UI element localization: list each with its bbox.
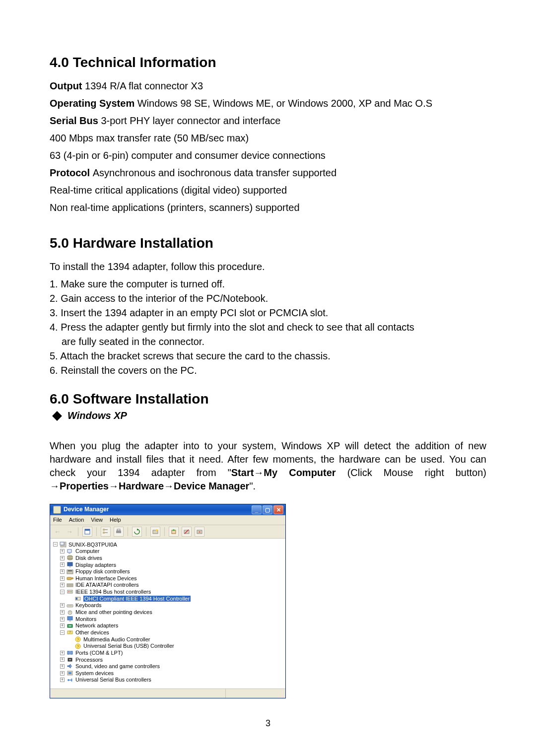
tree-node-label: Human Interface Devices [75, 575, 137, 582]
tree-node[interactable]: +Ports (COM & LPT) [53, 650, 282, 657]
tree-node-label: Multimedia Audio Controller [83, 636, 150, 643]
svg-rect-44 [69, 620, 71, 621]
tree-node[interactable]: +Disk drives [53, 555, 282, 562]
disable-icon[interactable] [182, 527, 192, 537]
update-driver-icon[interactable] [169, 527, 179, 537]
svg-rect-54 [70, 651, 72, 654]
collapse-icon[interactable]: − [60, 590, 65, 594]
refresh-icon[interactable] [132, 527, 142, 537]
tree-node[interactable]: +Sound, video and game controllers [53, 663, 282, 670]
expand-icon[interactable]: + [60, 583, 65, 587]
expand-icon[interactable]: + [60, 576, 65, 581]
expand-icon[interactable]: + [60, 623, 65, 628]
menu-item[interactable]: View [91, 517, 103, 523]
subhead-windows-xp: Windows XP [67, 410, 127, 421]
expand-icon[interactable]: + [60, 562, 65, 567]
other-icon: ? [67, 629, 73, 635]
expand-icon[interactable]: + [60, 569, 65, 574]
svg-rect-3 [103, 532, 105, 534]
dm-toolbar[interactable]: ← → [50, 525, 285, 539]
mouse-icon [67, 609, 73, 615]
tree-node[interactable]: ?Universal Serial Bus (USB) Controller [53, 643, 282, 650]
scan-hardware-icon[interactable] [150, 527, 160, 537]
collapse-icon[interactable]: − [60, 630, 65, 635]
dm-title: Device Manager [64, 506, 251, 513]
computer-icon [67, 549, 73, 554]
step-item: 5. Attach the bracket screws that secure… [50, 349, 486, 363]
expand-icon[interactable]: + [60, 664, 65, 669]
tree-node[interactable]: −?Other devices [53, 629, 282, 636]
disk-icon [67, 555, 73, 561]
menu-item[interactable]: Help [110, 517, 121, 523]
svg-rect-20 [67, 550, 71, 552]
system-icon [67, 670, 73, 676]
collapse-icon[interactable]: − [53, 542, 58, 547]
tree-node[interactable]: +Display adapters [53, 562, 282, 569]
display-icon [67, 562, 73, 568]
svg-point-30 [72, 578, 73, 579]
expand-icon[interactable]: + [60, 678, 65, 682]
usb-icon [67, 677, 73, 683]
spec-line: Output 1394 R/A flat connector X3 [50, 79, 486, 93]
expand-icon[interactable]: + [60, 617, 65, 621]
spec-line: Non real-time applications (printers, sc… [50, 201, 486, 214]
svg-rect-1 [85, 529, 90, 531]
tree-node-label: Other devices [75, 629, 109, 636]
back-icon[interactable]: ← [53, 528, 62, 536]
svg-rect-29 [67, 577, 71, 580]
expand-icon[interactable]: + [60, 603, 65, 608]
tree-node-label: System devices [75, 670, 114, 677]
section-5-steps: 1. Make sure the computer is turned off.… [50, 277, 486, 377]
tree-node[interactable]: +Monitors [53, 616, 282, 623]
tree-node[interactable]: +System devices [53, 670, 282, 677]
svg-text:?: ? [77, 644, 79, 649]
print-icon[interactable] [114, 527, 124, 537]
properties-icon[interactable] [82, 527, 92, 537]
1394dev-icon [74, 596, 81, 602]
svg-rect-25 [67, 562, 72, 566]
expand-icon[interactable]: + [60, 556, 65, 560]
tree-node-label: Floppy disk controllers [75, 568, 130, 575]
tree-node[interactable]: +IDE ATA/ATAPI controllers [53, 582, 282, 589]
uninstall-icon[interactable]: × [195, 527, 204, 537]
tree-node-label: Computer [75, 548, 99, 554]
tree-node[interactable]: +Human Interface Devices [53, 575, 282, 582]
svg-text:?: ? [69, 630, 71, 634]
tree-node-label: OHCI Compliant IEEE 1394 Host Controller [83, 596, 191, 602]
tree-node-label: Disk drives [75, 555, 102, 561]
tree-node[interactable]: +Mice and other pointing devices [53, 609, 282, 616]
close-icon[interactable]: ✕ [273, 505, 283, 514]
tree-node[interactable]: +Floppy disk controllers [53, 568, 282, 575]
tree-node-label: IEEE 1394 Bus host controllers [75, 589, 151, 595]
tree-node[interactable]: OHCI Compliant IEEE 1394 Host Controller [53, 596, 282, 603]
computer-root-icon [60, 542, 67, 548]
expand-icon[interactable]: + [60, 671, 65, 676]
tree-node[interactable]: +Universal Serial Bus controllers [53, 677, 282, 684]
dm-titlebar[interactable]: Device Manager _ ▢ ✕ [50, 504, 285, 515]
menu-item[interactable]: File [53, 517, 62, 523]
tree-node[interactable]: −IEEE 1394 Bus host controllers [53, 589, 282, 596]
tree-view-icon[interactable] [101, 527, 111, 537]
minimize-icon[interactable]: _ [252, 505, 262, 514]
tree-node[interactable]: ?Multimedia Audio Controller [53, 636, 282, 643]
tree-root[interactable]: − SUNIX-BQ3TPUI0A [53, 542, 282, 549]
tree-node[interactable]: +Computer [53, 548, 282, 555]
expand-icon[interactable]: + [60, 651, 65, 655]
dm-tree[interactable]: − SUNIX-BQ3TPUI0A +Computer+Disk drives+… [50, 539, 285, 688]
svg-rect-21 [68, 553, 70, 554]
tree-node[interactable]: +Processors [53, 657, 282, 664]
dm-app-icon [53, 506, 61, 514]
expand-icon[interactable]: + [60, 610, 65, 615]
expand-icon[interactable]: + [60, 657, 65, 662]
network-icon [67, 623, 73, 629]
maximize-icon[interactable]: ▢ [263, 505, 272, 514]
forward-icon[interactable]: → [65, 528, 74, 536]
tree-root-label: SUNIX-BQ3TPUI0A [68, 542, 117, 548]
expand-icon[interactable]: + [60, 549, 65, 553]
tree-node[interactable]: +Keyboards [53, 602, 282, 609]
ide-icon [67, 582, 73, 588]
dm-menubar[interactable]: FileActionViewHelp [50, 515, 285, 525]
menu-item[interactable]: Action [69, 517, 84, 523]
svg-point-24 [67, 558, 72, 560]
tree-node[interactable]: +Network adapters [53, 622, 282, 629]
